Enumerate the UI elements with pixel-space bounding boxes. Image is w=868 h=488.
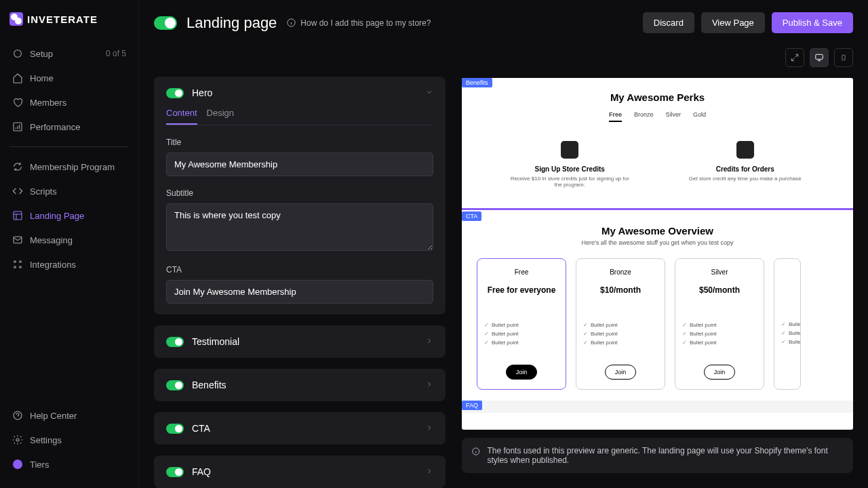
home-icon [12,73,23,83]
help-link[interactable]: How do I add this page to my store? [286,18,431,28]
svg-point-6 [14,266,16,268]
section-cta[interactable]: CTA [154,412,446,445]
hero-toggle[interactable] [166,88,184,98]
svg-point-8 [14,411,22,420]
sidebar-item-help[interactable]: Help Center [9,404,129,427]
tier-card-free[interactable]: Free Free for everyone Bullet point Bull… [477,258,566,390]
sidebar-item-scripts[interactable]: Scripts [9,180,129,203]
tier-card-partial[interactable]: Bullet Bullet Bullet [774,258,801,390]
faq-toggle[interactable] [166,467,184,477]
editor-column: Hero Content Design Title Subtitle [154,45,446,473]
chevron-right-icon [425,337,433,347]
help-icon [12,410,23,421]
benefits-toggle[interactable] [166,380,184,390]
page-toggle[interactable] [154,16,177,30]
testimonial-toggle[interactable] [166,337,184,347]
mobile-icon[interactable] [834,48,853,67]
svg-rect-11 [816,54,823,59]
perk-tab-bronze[interactable]: Bronze [634,111,654,122]
heart-icon [12,97,23,108]
svg-rect-12 [842,55,845,60]
perk-card: Credits for Orders Get store credit any … [684,141,806,188]
preview-tag-faq: FAQ [462,401,482,410]
sidebar-item-integrations[interactable]: Integrations [9,253,129,276]
sidebar-item-settings[interactable]: Settings [9,428,129,451]
svg-point-4 [14,261,16,263]
sidebar-item-landing[interactable]: Landing Page [9,204,129,227]
publish-button[interactable]: Publish & Save [772,12,853,33]
topbar: Landing page How do I add this page to m… [139,0,868,45]
perk-tab-silver[interactable]: Silver [666,111,682,122]
chevron-right-icon [425,380,433,390]
preview-tag-cta: CTA [462,211,481,221]
cta-toggle[interactable] [166,424,184,434]
tab-content[interactable]: Content [166,108,197,125]
svg-point-5 [20,261,22,263]
sidebar-item-performance[interactable]: Performance [9,115,129,138]
section-faq[interactable]: FAQ [154,455,446,488]
layout-icon [12,210,23,221]
chart-icon [12,121,23,132]
join-button[interactable]: Join [605,365,637,380]
svg-rect-3 [14,237,22,243]
sidebar-item-home[interactable]: Home [9,66,129,89]
view-page-button[interactable]: View Page [701,12,765,33]
preview-tag-benefits: Benefits [462,78,492,87]
page-title: Landing page [186,14,277,32]
cta-input[interactable] [166,280,433,304]
gear-icon [12,434,23,445]
credit-icon [736,141,754,159]
perk-card: Sign Up Store Credits Receive $10 in sto… [509,141,631,188]
desktop-icon[interactable] [810,48,829,67]
svg-point-7 [20,266,22,268]
logo-text: INVETERATE [27,14,98,25]
mail-icon [12,235,23,245]
tier-card-bronze[interactable]: Bronze $10/month Bullet point Bullet poi… [576,258,665,390]
join-button[interactable]: Join [704,365,736,380]
circle-icon [12,48,23,59]
section-benefits[interactable]: Benefits [154,369,446,401]
expand-icon[interactable] [785,48,804,67]
refresh-icon [12,161,23,172]
section-testimonial[interactable]: Testimonial [154,325,446,358]
svg-point-0 [14,50,22,58]
money-icon [561,141,578,159]
sidebar-item-program[interactable]: Membership Program [9,155,129,178]
grid-icon [12,259,23,270]
join-button[interactable]: Join [506,365,538,380]
title-input[interactable] [166,152,433,176]
sidebar: INVETERATE Setup 0 of 5 Home Members Per… [0,0,139,488]
preview-frame: Benefits My Awesome Perks Free Bronze Si… [462,78,853,430]
tab-design[interactable]: Design [207,108,234,125]
logo[interactable]: INVETERATE [9,12,129,26]
chevron-down-icon[interactable] [425,88,433,98]
sidebar-item-messaging[interactable]: Messaging [9,228,129,251]
discard-button[interactable]: Discard [643,12,694,33]
subtitle-input[interactable] [166,203,433,251]
tier-card-silver[interactable]: Silver $50/month Bullet point Bullet poi… [675,258,764,390]
avatar [12,459,23,470]
section-hero: Hero Content Design Title Subtitle [154,77,446,314]
info-icon [286,18,296,28]
sidebar-item-tiers[interactable]: Tiers [9,453,129,476]
font-notice: The fonts used in this preview are gener… [462,438,853,473]
logo-icon [9,12,23,26]
perk-tab-free[interactable]: Free [609,111,622,122]
info-icon [471,446,480,457]
preview-column: Benefits My Awesome Perks Free Bronze Si… [462,45,853,473]
chevron-right-icon [425,424,433,434]
perk-tab-gold[interactable]: Gold [693,111,706,122]
setup-count: 0 of 5 [106,49,126,58]
sidebar-item-setup[interactable]: Setup 0 of 5 [9,42,129,65]
code-icon [12,186,23,197]
sidebar-item-members[interactable]: Members [9,91,129,114]
svg-point-9 [16,439,19,441]
chevron-right-icon [425,467,433,477]
svg-rect-2 [14,211,22,220]
